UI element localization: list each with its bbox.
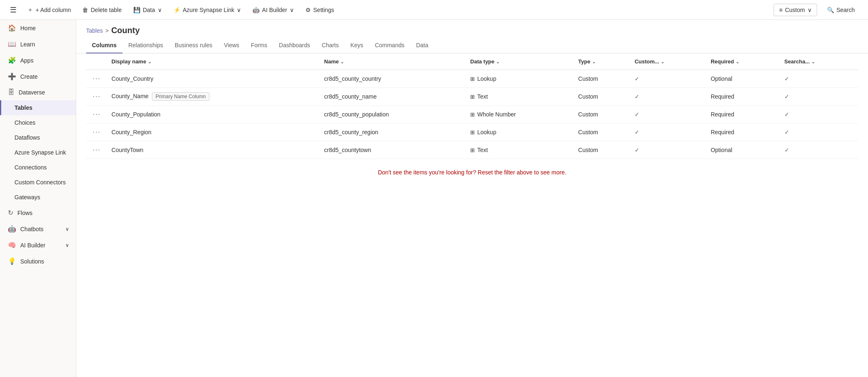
cell-type-1: Custom	[574, 88, 630, 106]
sort-icon-data_type: ⌄	[496, 59, 500, 64]
sidebar-item-learn[interactable]: 📖Learn	[0, 36, 76, 52]
data-type-icon-3: ⊞	[470, 129, 475, 135]
ai-builder-chevron-icon: ∨	[290, 7, 294, 13]
custom-chevron-icon: ∨	[808, 7, 812, 13]
col-actions-header	[86, 53, 107, 70]
dataverse-icon: 🗄	[8, 89, 14, 96]
sidebar-item-flows[interactable]: ↻Flows	[0, 205, 76, 221]
data-button[interactable]: 💾 Data ∨	[129, 4, 166, 16]
sidebar-item-choices[interactable]: Choices	[0, 115, 76, 130]
tab-views[interactable]: Views	[218, 38, 245, 53]
data-chevron-icon: ∨	[158, 7, 162, 13]
row-more-actions-0: ···	[86, 70, 107, 88]
toolbar: ☰ ＋ + Add column 🗑 Delete table 💾 Data ∨…	[0, 0, 868, 20]
tab-commands[interactable]: Commands	[369, 38, 411, 53]
custom-button[interactable]: ≡ Custom ∨	[774, 4, 817, 16]
tab-forms[interactable]: Forms	[245, 38, 273, 53]
custom-checkmark-1: ✓	[635, 93, 640, 100]
cell-display-name-4: CountyTown	[107, 141, 320, 159]
tab-columns[interactable]: Columns	[86, 38, 123, 53]
tab-keys[interactable]: Keys	[345, 38, 369, 53]
more-button-4[interactable]: ···	[90, 145, 103, 155]
sidebar-item-solutions[interactable]: 💡Solutions	[0, 253, 76, 269]
row-more-actions-2: ···	[86, 106, 107, 123]
custom-label: Custom	[785, 7, 805, 13]
tab-dashboards[interactable]: Dashboards	[273, 38, 316, 53]
searchable-checkmark-2: ✓	[784, 111, 789, 118]
table-row: ···County_Populationcr8d5_county_populat…	[86, 106, 858, 123]
sort-icon-name: ⌄	[340, 59, 344, 64]
custom-checkmark-0: ✓	[635, 75, 640, 82]
table-header-row: Display name ⌄Name ⌄Data type ⌄Type ⌄Cus…	[86, 53, 858, 70]
ai_builder-icon: 🧠	[8, 241, 16, 249]
col-header-type[interactable]: Type ⌄	[574, 53, 630, 70]
more-button-2[interactable]: ···	[90, 110, 103, 119]
azure-synapse-button[interactable]: ⚡ Azure Synapse Link ∨	[169, 4, 245, 16]
col-header-required[interactable]: Required ⌄	[707, 53, 780, 70]
sidebar-item-gateways[interactable]: Gateways	[0, 190, 76, 205]
cell-required-0: Optional	[707, 70, 780, 88]
table-row: ···County_Regioncr8d5_county_region⊞Look…	[86, 123, 858, 141]
azure-chevron-icon: ∨	[237, 7, 241, 13]
delete-table-button[interactable]: 🗑 Delete table	[78, 4, 126, 16]
add-column-icon: ＋	[27, 6, 33, 14]
col-header-name[interactable]: Name ⌄	[320, 53, 466, 70]
sidebar-item-label-custom_connectors: Custom Connectors	[14, 179, 66, 186]
sidebar-item-custom_connectors[interactable]: Custom Connectors	[0, 175, 76, 190]
display-name-text-4: CountyTown	[111, 147, 143, 153]
tab-data[interactable]: Data	[410, 38, 434, 53]
settings-button[interactable]: ⚙ Settings	[301, 4, 339, 16]
cell-custom-check-4: ✓	[630, 141, 707, 159]
hamburger-button[interactable]: ☰	[7, 2, 20, 18]
sidebar-item-dataverse[interactable]: 🗄Dataverse	[0, 85, 76, 100]
sidebar-item-home[interactable]: 🏠Home	[0, 20, 76, 36]
col-header-custom[interactable]: Custom... ⌄	[630, 53, 707, 70]
more-button-3[interactable]: ···	[90, 128, 103, 137]
sidebar-item-label-dataflows: Dataflows	[14, 134, 40, 141]
custom-filter-icon: ≡	[779, 7, 782, 13]
ai-builder-button[interactable]: 🤖 AI Builder ∨	[248, 4, 298, 16]
sidebar-item-apps[interactable]: 🧩Apps	[0, 52, 76, 68]
trash-icon: 🗑	[82, 7, 88, 13]
cell-display-name-0: County_Country	[107, 70, 320, 88]
sidebar-item-label-choices: Choices	[14, 119, 36, 126]
tab-relationships[interactable]: Relationships	[123, 38, 169, 53]
searchable-checkmark-4: ✓	[784, 147, 789, 153]
table-body: ···County_Countrycr8d5_county_country⊞Lo…	[86, 70, 858, 159]
sidebar-item-label-solutions: Solutions	[20, 258, 44, 265]
cell-searchable-2: ✓	[780, 106, 858, 123]
cell-type-3: Custom	[574, 123, 630, 141]
col-header-display_name[interactable]: Display name ⌄	[107, 53, 320, 70]
col-header-data_type[interactable]: Data type ⌄	[466, 53, 574, 70]
breadcrumb-parent[interactable]: Tables	[86, 27, 103, 34]
add-column-label: + Add column	[36, 7, 71, 13]
tab-charts[interactable]: Charts	[316, 38, 344, 53]
tab-business_rules[interactable]: Business rules	[169, 38, 218, 53]
add-column-button[interactable]: ＋ + Add column	[23, 4, 75, 16]
cell-custom-check-0: ✓	[630, 70, 707, 88]
sidebar-item-tables[interactable]: Tables	[0, 100, 76, 115]
cell-custom-check-3: ✓	[630, 123, 707, 141]
col-header-searchable[interactable]: Searcha... ⌄	[780, 53, 858, 70]
search-icon: 🔍	[827, 7, 834, 13]
searchable-checkmark-0: ✓	[784, 75, 789, 82]
data-icon: 💾	[133, 7, 140, 13]
sidebar-item-chatbots[interactable]: 🤖Chatbots∨	[0, 221, 76, 237]
sort-icon-type: ⌄	[592, 59, 596, 64]
cell-searchable-3: ✓	[780, 123, 858, 141]
sidebar-item-ai_builder[interactable]: 🧠AI Builder∨	[0, 237, 76, 253]
cell-data-type-3: ⊞Lookup	[466, 123, 574, 141]
sidebar-item-connections[interactable]: Connections	[0, 160, 76, 175]
sidebar-item-azure_synapse[interactable]: Azure Synapse Link	[0, 145, 76, 160]
custom-checkmark-2: ✓	[635, 111, 640, 118]
table-header: Display name ⌄Name ⌄Data type ⌄Type ⌄Cus…	[86, 53, 858, 70]
sidebar-item-create[interactable]: ➕Create	[0, 68, 76, 85]
data-type-text-1: Text	[477, 93, 488, 100]
cell-name-3: cr8d5_county_region	[320, 123, 466, 141]
search-button[interactable]: 🔍 Search	[820, 4, 861, 16]
more-button-0[interactable]: ···	[90, 74, 103, 83]
sidebar-item-label-gateways: Gateways	[14, 194, 40, 201]
sidebar-item-label-chatbots: Chatbots	[20, 226, 43, 232]
sidebar-item-dataflows[interactable]: Dataflows	[0, 130, 76, 145]
more-button-1[interactable]: ···	[90, 92, 103, 101]
